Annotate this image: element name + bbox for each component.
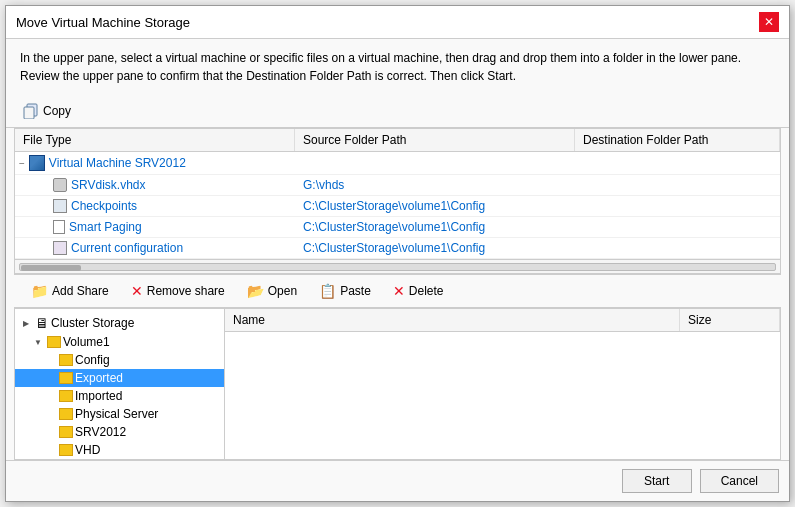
open-icon: 📂 xyxy=(247,283,264,299)
tree-root[interactable]: ▶ 🖥 Cluster Storage xyxy=(15,313,224,333)
remove-share-label: Remove share xyxy=(147,284,225,298)
col-dest: Destination Folder Path xyxy=(575,129,780,151)
row-source xyxy=(295,160,575,166)
tree-item-label: Exported xyxy=(75,371,123,385)
table-body: − Virtual Machine SRV2012 SRVdisk.vhdx G… xyxy=(15,152,780,259)
cluster-storage-icon: 🖥 xyxy=(35,315,49,331)
description-text: In the upper pane, select a virtual mach… xyxy=(6,39,789,95)
cancel-button[interactable]: Cancel xyxy=(700,469,779,493)
add-share-icon: 📁 xyxy=(31,283,48,299)
folder-icon xyxy=(59,354,73,366)
vm-icon xyxy=(29,155,45,171)
table-row[interactable]: Smart Paging C:\ClusterStorage\volume1\C… xyxy=(15,217,780,238)
content-pane: Name Size xyxy=(225,309,780,459)
dialog-title: Move Virtual Machine Storage xyxy=(16,15,190,30)
row-dest xyxy=(575,245,780,251)
checkpoints-icon xyxy=(53,199,67,213)
tree-item-label: Config xyxy=(75,353,110,367)
start-button[interactable]: Start xyxy=(622,469,692,493)
table-row[interactable]: SRVdisk.vhdx G:\vhds xyxy=(15,175,780,196)
row-source: C:\ClusterStorage\volume1\Config xyxy=(295,217,575,237)
folder-icon xyxy=(59,372,73,384)
col-filetype: File Type xyxy=(15,129,295,151)
expand-icon: ▼ xyxy=(31,338,45,347)
table-row[interactable]: − Virtual Machine SRV2012 xyxy=(15,152,780,175)
row-source: C:\ClusterStorage\volume1\Config xyxy=(295,238,575,258)
upper-pane: File Type Source Folder Path Destination… xyxy=(14,128,781,274)
paste-button[interactable]: 📋 Paste xyxy=(310,279,380,303)
row-name: Virtual Machine SRV2012 xyxy=(49,156,186,170)
tree-item-label: Volume1 xyxy=(63,335,110,349)
row-source: G:\vhds xyxy=(295,175,575,195)
scroll-track[interactable] xyxy=(19,263,776,271)
lower-pane: ▶ 🖥 Cluster Storage ▼ Volume1 Config Exp… xyxy=(14,308,781,460)
lower-toolbar: 📁 Add Share ✕ Remove share 📂 Open 📋 Past… xyxy=(14,274,781,308)
config-icon xyxy=(53,241,67,255)
open-button[interactable]: 📂 Open xyxy=(238,279,306,303)
add-share-label: Add Share xyxy=(52,284,109,298)
delete-button[interactable]: ✕ Delete xyxy=(384,279,453,303)
tree-item-exported[interactable]: Exported xyxy=(15,369,224,387)
expand-icon: − xyxy=(19,158,25,169)
remove-share-icon: ✕ xyxy=(131,283,143,299)
smartpaging-icon xyxy=(53,220,65,234)
title-bar: Move Virtual Machine Storage ✕ xyxy=(6,6,789,39)
scrollbar-area[interactable] xyxy=(15,259,780,273)
tree-item-label: Imported xyxy=(75,389,122,403)
folder-icon xyxy=(59,426,73,438)
row-source: C:\ClusterStorage\volume1\Config xyxy=(295,196,575,216)
scroll-thumb[interactable] xyxy=(21,265,81,271)
tree-item[interactable]: Physical Server xyxy=(15,405,224,423)
tree-item[interactable]: Config xyxy=(15,351,224,369)
svg-rect-1 xyxy=(24,107,34,119)
row-name: Current configuration xyxy=(71,241,183,255)
row-name: SRVdisk.vhdx xyxy=(71,178,145,192)
add-share-button[interactable]: 📁 Add Share xyxy=(22,279,118,303)
row-name: Smart Paging xyxy=(69,220,142,234)
open-label: Open xyxy=(268,284,297,298)
tree-item-label: SRV2012 xyxy=(75,425,126,439)
folder-icon xyxy=(59,408,73,420)
expand-icon: ▶ xyxy=(19,319,33,328)
copy-toolbar: Copy xyxy=(6,95,789,128)
col-name: Name xyxy=(225,309,680,331)
table-row[interactable]: Current configuration C:\ClusterStorage\… xyxy=(15,238,780,259)
delete-label: Delete xyxy=(409,284,444,298)
col-size: Size xyxy=(680,309,780,331)
row-dest xyxy=(575,203,780,209)
tree-item[interactable]: Imported xyxy=(15,387,224,405)
folder-icon xyxy=(47,336,61,348)
footer: Start Cancel xyxy=(6,460,789,501)
tree-item[interactable]: SRV2012 xyxy=(15,423,224,441)
table-header: File Type Source Folder Path Destination… xyxy=(15,129,780,152)
tree-item[interactable]: VHD xyxy=(15,441,224,459)
remove-share-button[interactable]: ✕ Remove share xyxy=(122,279,234,303)
copy-button[interactable]: Copy xyxy=(14,99,80,123)
close-button[interactable]: ✕ xyxy=(759,12,779,32)
tree-root-label: Cluster Storage xyxy=(51,316,134,330)
delete-icon: ✕ xyxy=(393,283,405,299)
tree-pane: ▶ 🖥 Cluster Storage ▼ Volume1 Config Exp… xyxy=(15,309,225,459)
tree-item-label: VHD xyxy=(75,443,100,457)
copy-label: Copy xyxy=(43,104,71,118)
row-dest xyxy=(575,160,780,166)
disk-icon xyxy=(53,178,67,192)
col-source: Source Folder Path xyxy=(295,129,575,151)
row-name: Checkpoints xyxy=(71,199,137,213)
folder-icon xyxy=(59,390,73,402)
tree-item[interactable]: ▼ Volume1 xyxy=(15,333,224,351)
row-dest xyxy=(575,224,780,230)
dialog: Move Virtual Machine Storage ✕ In the up… xyxy=(5,5,790,502)
row-dest xyxy=(575,182,780,188)
folder-icon xyxy=(59,444,73,456)
table-row[interactable]: Checkpoints C:\ClusterStorage\volume1\Co… xyxy=(15,196,780,217)
content-header: Name Size xyxy=(225,309,780,332)
copy-icon xyxy=(23,103,39,119)
tree-item-label: Physical Server xyxy=(75,407,158,421)
paste-label: Paste xyxy=(340,284,371,298)
paste-icon: 📋 xyxy=(319,283,336,299)
